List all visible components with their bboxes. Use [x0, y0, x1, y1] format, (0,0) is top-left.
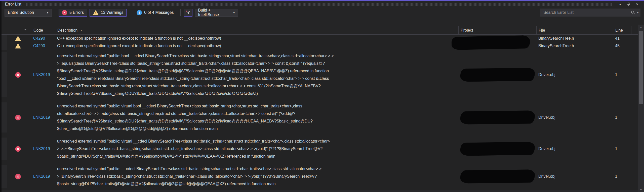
- search-icon[interactable]: [631, 10, 636, 15]
- scroll-up-arrow-icon[interactable]: ▲: [638, 25, 644, 30]
- chevron-down-icon: ▼: [233, 11, 235, 14]
- build-filter-dropdown[interactable]: Build + IntelliSense ▼: [195, 9, 238, 17]
- toolbar-separator: [180, 9, 181, 16]
- error-row-1[interactable]: LNK2019 unresolved external symbol "publ…: [0, 50, 644, 100]
- warning-row-1[interactable]: C4290 C++ exception specification ignore…: [0, 35, 644, 42]
- description-cell: C++ exception specification ignored exce…: [54, 42, 458, 50]
- scroll-down-arrow-icon[interactable]: ▼: [638, 187, 644, 192]
- warning-icon: [15, 36, 21, 41]
- project-cell: [458, 165, 536, 188]
- error-row-3[interactable]: LNK2019 unresolved external symbol "publ…: [0, 135, 644, 163]
- severity-column-header[interactable]: [7, 26, 29, 34]
- code-link[interactable]: C4290: [29, 44, 54, 48]
- error-icon: [15, 115, 21, 120]
- scope-dropdown[interactable]: Entire Solution ▼: [5, 9, 52, 17]
- window-position-button[interactable]: ▾: [616, 2, 624, 7]
- error-icon: [15, 174, 21, 179]
- line-cell: 1: [613, 73, 631, 77]
- redacted-project-scribble: [460, 68, 535, 82]
- description-cell: unresolved external symbol "public: bool…: [54, 52, 458, 97]
- close-icon: ✕: [636, 3, 639, 6]
- messages-filter-label: 0 of 4 Messages: [144, 10, 174, 15]
- file-cell: Driver.obj: [536, 147, 613, 151]
- titlebar-drag-handle[interactable]: [26, 3, 612, 6]
- build-filter-value: Build + IntelliSense: [198, 8, 230, 17]
- toolbar: Entire Solution ▼ 5 Errors 13 Warnings 0…: [0, 8, 644, 17]
- code-column-header[interactable]: Code: [29, 26, 54, 34]
- line-cell: 45: [613, 44, 631, 48]
- grip-dots-icon: [24, 29, 27, 32]
- warning-icon: [93, 10, 99, 15]
- redacted-project-scribble: [460, 142, 535, 156]
- filter-button[interactable]: [184, 9, 192, 17]
- pin-button[interactable]: [624, 2, 633, 7]
- pin-icon: [627, 2, 631, 6]
- line-cell: 41: [613, 36, 631, 41]
- titlebar: Error List ▾ ✕: [0, 1, 644, 8]
- warning-icon: [15, 43, 21, 49]
- toolbar-separator: [130, 9, 130, 16]
- file-cell: Driver.obj: [536, 174, 613, 179]
- redacted-project-scribble: [460, 110, 535, 124]
- warning-row-2[interactable]: C4290 C++ exception specification ignore…: [0, 42, 644, 50]
- error-icon: [15, 146, 21, 152]
- description-cell: unresolved external symbol "public: virt…: [54, 102, 458, 133]
- redacted-project-scribble: [451, 35, 530, 50]
- file-cell: BinarySearchTree.h: [536, 36, 613, 41]
- description-column-header[interactable]: Description ▲: [54, 26, 458, 34]
- error-row-4[interactable]: LNK2019 unresolved external symbol "publ…: [0, 163, 644, 190]
- close-button[interactable]: ✕: [633, 2, 641, 7]
- scrollbar-thumb[interactable]: [639, 31, 643, 104]
- code-link[interactable]: LNK2019: [29, 73, 54, 77]
- column-header-row: Code Description ▲ Project File Line: [0, 26, 644, 35]
- messages-filter-button[interactable]: 0 of 4 Messages: [133, 9, 177, 17]
- errors-filter-button[interactable]: 5 Errors: [59, 9, 87, 17]
- description-cell: unresolved external symbol "public: __cd…: [54, 165, 458, 188]
- error-icon: [62, 10, 67, 15]
- warnings-filter-label: 13 Warnings: [101, 10, 123, 15]
- filter-active-dot: [186, 11, 187, 12]
- horizontal-scrollbar-track[interactable]: [0, 190, 638, 192]
- code-link[interactable]: LNK2019: [29, 115, 54, 120]
- code-link[interactable]: C4290: [29, 36, 54, 41]
- chevron-down-icon: ▾: [619, 3, 621, 6]
- info-icon: [137, 10, 142, 15]
- description-cell: C++ exception specification ignored exce…: [54, 35, 458, 42]
- file-column-header[interactable]: File: [536, 26, 613, 34]
- errors-filter-label: 5 Errors: [69, 10, 84, 15]
- line-cell: 1: [613, 174, 631, 179]
- line-cell: 1: [613, 147, 631, 151]
- code-link[interactable]: LNK2019: [29, 147, 54, 151]
- sort-ascending-icon: ▲: [80, 29, 83, 32]
- project-cell: [458, 52, 536, 97]
- project-column-header[interactable]: Project: [458, 26, 536, 34]
- file-cell: Driver.obj: [536, 73, 613, 77]
- vertical-scrollbar[interactable]: ▲ ▼: [638, 25, 644, 192]
- code-link[interactable]: LNK2019: [29, 174, 54, 179]
- panel-title: Error List: [5, 2, 21, 7]
- file-cell: Driver.obj: [536, 115, 613, 120]
- project-cell: [458, 138, 536, 160]
- line-cell: 1: [613, 115, 631, 120]
- line-column-header[interactable]: Line: [613, 26, 631, 34]
- error-list-panel: Error List ▾ ✕ Entire Solution ▼ 5 Error…: [0, 0, 644, 192]
- error-list-rows: C4290 C++ exception specification ignore…: [0, 35, 644, 190]
- toolbar-separator: [55, 9, 55, 16]
- funnel-icon: [186, 10, 191, 15]
- search-input[interactable]: [543, 10, 629, 15]
- warnings-filter-button[interactable]: 13 Warnings: [90, 9, 127, 17]
- scope-dropdown-value: Entire Solution: [8, 10, 34, 15]
- redacted-project-scribble: [460, 169, 535, 183]
- header-end-spacer: [631, 26, 638, 34]
- file-cell: BinarySearchTree.h: [536, 44, 613, 48]
- error-row-2[interactable]: LNK2019 unresolved external symbol "publ…: [0, 100, 644, 135]
- chevron-down-icon: ▼: [46, 11, 49, 14]
- panel-left-edge: [0, 1, 2, 192]
- search-options-chevron-icon[interactable]: ▾: [637, 11, 638, 14]
- search-box: ▾: [540, 9, 640, 17]
- error-icon: [15, 72, 21, 78]
- description-cell: unresolved external symbol "public: virt…: [54, 138, 458, 160]
- project-cell: [458, 102, 536, 133]
